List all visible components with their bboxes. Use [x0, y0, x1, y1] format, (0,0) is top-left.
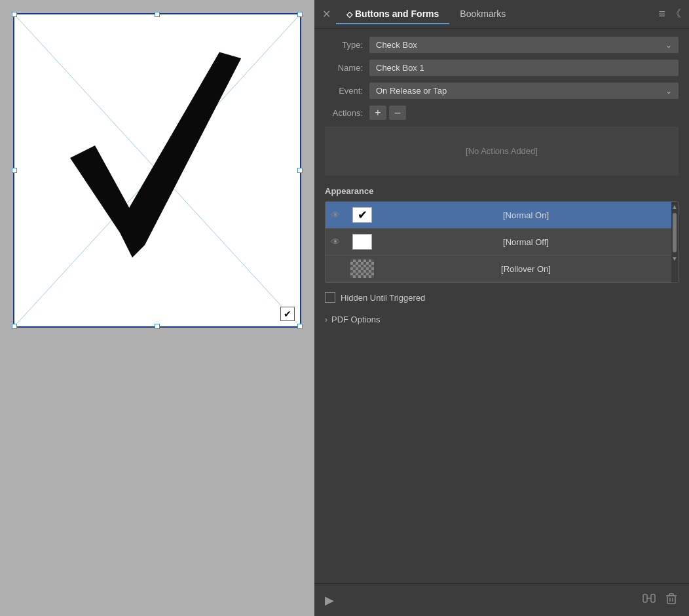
handle-mid-right[interactable]	[297, 168, 303, 173]
type-value: Check Box	[376, 40, 417, 50]
footer-link-button[interactable]	[642, 591, 656, 609]
handle-bot-left[interactable]	[12, 324, 17, 329]
tab-buttons-forms[interactable]: ◇Buttons and Forms	[336, 5, 449, 24]
hidden-until-triggered-row: Hidden Until Triggered	[325, 292, 679, 303]
thumb-pattern-box	[350, 260, 374, 278]
eye-icon-normal-off[interactable]: 👁	[331, 237, 345, 247]
thumb-normal-on: ✔	[350, 206, 374, 224]
type-dropdown[interactable]: Check Box ⌄	[369, 37, 679, 53]
buttons-forms-tab-icon: ◇	[346, 10, 352, 19]
footer-preview-button[interactable]: ▶	[325, 593, 334, 607]
thumb-normal-off	[350, 233, 374, 251]
handle-mid-left[interactable]	[12, 168, 17, 173]
appearance-list: 👁 ✔ [Normal On] 👁 [Normal Off] 👁	[325, 201, 679, 283]
panel-close-button[interactable]: ✕	[322, 8, 331, 20]
svg-rect-5	[667, 596, 675, 604]
hidden-until-triggered-label: Hidden Until Triggered	[341, 293, 425, 303]
thumb-checked-icon: ✔	[352, 207, 372, 223]
pdf-options-label: PDF Options	[331, 315, 380, 324]
hidden-until-triggered-checkbox[interactable]	[325, 292, 335, 303]
name-row: Name:	[325, 60, 679, 76]
appearance-item-normal-on[interactable]: 👁 ✔ [Normal On]	[326, 202, 678, 229]
name-input[interactable]	[369, 60, 679, 76]
pdf-options-row[interactable]: › PDF Options	[325, 312, 679, 327]
pdf-options-chevron-icon: ›	[325, 315, 327, 324]
appearance-scrollbar: ▲ ▼	[671, 202, 678, 282]
panel-tabs: ◇Buttons and Forms Bookmarks	[336, 5, 658, 24]
canvas-area: ✔	[0, 0, 314, 616]
no-actions-text: [No Actions Added]	[466, 146, 538, 156]
canvas-frame: ✔	[13, 13, 301, 328]
no-actions-area: [No Actions Added]	[325, 126, 679, 176]
appearance-label-rollover-on: [Rollover On]	[379, 264, 673, 274]
checkmark-display	[41, 34, 274, 307]
type-row: Type: Check Box ⌄	[325, 37, 679, 53]
canvas-checkbox-indicator: ✔	[280, 307, 295, 321]
thumb-rollover-on	[350, 260, 374, 278]
appearance-section-title: Appearance	[325, 186, 679, 196]
checkmark-icon	[52, 46, 262, 295]
type-chevron-icon: ⌄	[665, 41, 672, 50]
footer-delete-button[interactable]	[664, 591, 679, 609]
eye-icon-normal-on[interactable]: 👁	[331, 210, 345, 220]
type-label: Type:	[325, 40, 369, 50]
buttons-forms-panel: ✕ ◇Buttons and Forms Bookmarks ≡ 《 Type:…	[314, 0, 689, 616]
panel-collapse-button[interactable]: 《	[671, 7, 681, 21]
scroll-up-arrow[interactable]: ▲	[670, 202, 679, 212]
appearance-label-normal-on: [Normal On]	[379, 210, 673, 220]
eye-icon-rollover-on: 👁	[331, 263, 345, 274]
event-label: Event:	[325, 86, 369, 96]
event-value: On Release or Tap	[376, 86, 447, 96]
handle-top-left[interactable]	[12, 12, 17, 17]
actions-label: Actions:	[325, 108, 369, 118]
panel-header: ✕ ◇Buttons and Forms Bookmarks ≡ 《	[314, 0, 689, 29]
tab-bookmarks[interactable]: Bookmarks	[449, 5, 516, 24]
appearance-label-normal-off: [Normal Off]	[379, 237, 673, 247]
handle-top-right[interactable]	[297, 12, 303, 17]
link-icon	[642, 591, 656, 606]
svg-rect-3	[651, 594, 655, 602]
footer-right-buttons	[642, 591, 679, 609]
name-label: Name:	[325, 63, 369, 73]
handle-bot-mid[interactable]	[155, 324, 160, 329]
svg-rect-2	[643, 594, 647, 602]
handle-top-mid[interactable]	[155, 12, 160, 17]
event-chevron-icon: ⌄	[665, 87, 672, 96]
handle-bot-right[interactable]	[297, 324, 303, 329]
thumb-unchecked-box	[352, 234, 372, 250]
scroll-thumb[interactable]	[673, 213, 677, 252]
event-row: Event: On Release or Tap ⌄	[325, 83, 679, 99]
delete-icon	[664, 591, 679, 606]
panel-menu-button[interactable]: ≡	[658, 7, 665, 21]
scroll-down-arrow[interactable]: ▼	[670, 254, 679, 263]
panel-footer: ▶	[314, 583, 689, 616]
event-dropdown[interactable]: On Release or Tap ⌄	[369, 83, 679, 99]
appearance-item-rollover-on[interactable]: 👁 [Rollover On]	[326, 256, 678, 282]
appearance-item-normal-off[interactable]: 👁 [Normal Off]	[326, 229, 678, 256]
add-action-button[interactable]: +	[369, 106, 386, 120]
actions-row: Actions: + –	[325, 106, 679, 120]
remove-action-button[interactable]: –	[389, 106, 406, 120]
panel-content: Type: Check Box ⌄ Name: Event: On Releas…	[314, 29, 689, 583]
